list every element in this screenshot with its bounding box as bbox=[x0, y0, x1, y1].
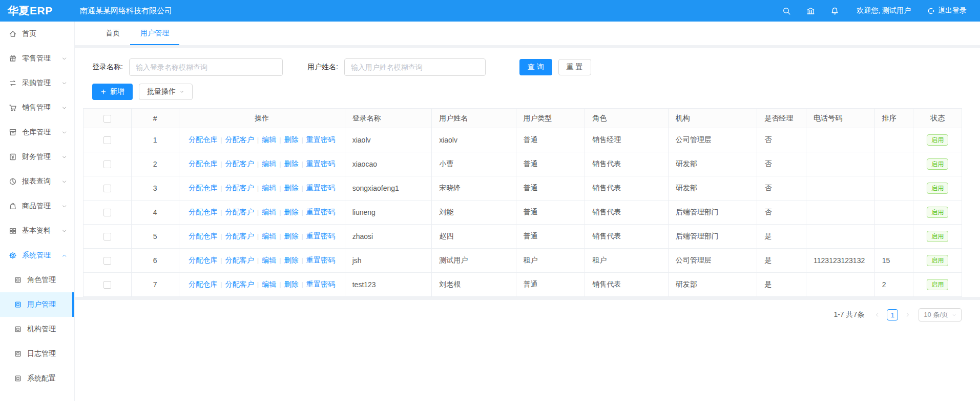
status-badge[interactable]: 启用 bbox=[927, 255, 948, 266]
sidebar-item-warehouse[interactable]: 仓库管理 bbox=[0, 120, 74, 145]
row-checkbox[interactable] bbox=[103, 161, 111, 168]
column-header: 是否经理 bbox=[757, 109, 806, 128]
sidebar-item-system-config[interactable]: 系统配置 bbox=[0, 366, 74, 391]
assign-warehouse-link[interactable]: 分配仓库 bbox=[189, 184, 217, 192]
sidebar-item-sales[interactable]: 销售管理 bbox=[0, 95, 74, 120]
sidebar-item-finance[interactable]: 财务管理 bbox=[0, 145, 74, 169]
edit-link[interactable]: 编辑 bbox=[262, 232, 276, 240]
login-name-input[interactable] bbox=[129, 58, 283, 76]
assign-warehouse-link[interactable]: 分配仓库 bbox=[189, 280, 217, 288]
assign-customer-link[interactable]: 分配客户 bbox=[225, 256, 254, 264]
assign-warehouse-link[interactable]: 分配仓库 bbox=[189, 135, 217, 144]
batch-actions-button[interactable]: 批量操作 bbox=[139, 84, 193, 100]
delete-link[interactable]: 删除 bbox=[284, 280, 299, 288]
status-badge[interactable]: 启用 bbox=[927, 279, 948, 290]
page-number-button[interactable]: 1 bbox=[887, 309, 898, 320]
role-cell: 销售经理 bbox=[585, 128, 669, 152]
reset-password-link[interactable]: 重置密码 bbox=[306, 135, 335, 144]
page-size-value: 10 条/页 bbox=[924, 310, 948, 319]
search-icon[interactable] bbox=[782, 7, 791, 15]
edit-link[interactable]: 编辑 bbox=[262, 135, 276, 144]
chevron-up-icon bbox=[61, 253, 67, 258]
select-all-checkbox[interactable] bbox=[103, 115, 111, 123]
company-title: 南通某某网络科技有限公司 bbox=[80, 6, 172, 16]
prev-page-button[interactable] bbox=[871, 309, 883, 320]
delete-link[interactable]: 删除 bbox=[284, 208, 299, 216]
edit-link[interactable]: 编辑 bbox=[262, 256, 276, 264]
phone-cell bbox=[806, 225, 875, 249]
row-checkbox[interactable] bbox=[103, 209, 111, 216]
edit-link[interactable]: 编辑 bbox=[262, 159, 276, 168]
bell-icon[interactable] bbox=[830, 7, 839, 15]
reset-password-link[interactable]: 重置密码 bbox=[306, 256, 335, 264]
add-button[interactable]: 新增 bbox=[92, 84, 133, 100]
status-badge[interactable]: 启用 bbox=[927, 183, 948, 194]
status-badge[interactable]: 启用 bbox=[927, 158, 948, 170]
sidebar-item-system[interactable]: 系统管理 bbox=[0, 243, 74, 268]
logout-button[interactable]: 退出登录 bbox=[927, 6, 967, 15]
status-badge[interactable]: 启用 bbox=[927, 207, 948, 218]
sidebar-item-reports[interactable]: 报表查询 bbox=[0, 169, 74, 194]
assign-warehouse-link[interactable]: 分配仓库 bbox=[189, 232, 217, 240]
assign-customer-link[interactable]: 分配客户 bbox=[225, 208, 254, 216]
sidebar-item-logs[interactable]: 日志管理 bbox=[0, 342, 74, 366]
reset-password-link[interactable]: 重置密码 bbox=[306, 232, 335, 240]
edit-link[interactable]: 编辑 bbox=[262, 208, 276, 216]
sidebar-item-purchase[interactable]: 采购管理 bbox=[0, 71, 74, 95]
edit-link[interactable]: 编辑 bbox=[262, 280, 276, 288]
sidebar-item-label: 系统配置 bbox=[27, 374, 56, 383]
reset-button[interactable]: 重 置 bbox=[558, 59, 591, 75]
row-checkbox[interactable] bbox=[103, 185, 111, 192]
page-size-select[interactable]: 10 条/页 bbox=[919, 308, 962, 322]
assign-customer-link[interactable]: 分配客户 bbox=[225, 232, 254, 240]
sidebar-item-retail[interactable]: 零售管理 bbox=[0, 46, 74, 71]
assign-warehouse-link[interactable]: 分配仓库 bbox=[189, 159, 217, 168]
delete-link[interactable]: 删除 bbox=[284, 256, 299, 264]
edit-link[interactable]: 编辑 bbox=[262, 184, 276, 192]
tab-user-management[interactable]: 用户管理 bbox=[130, 22, 179, 45]
row-checkbox[interactable] bbox=[103, 136, 111, 144]
sidebar-item-orgs[interactable]: 机构管理 bbox=[0, 317, 74, 342]
reset-password-link[interactable]: 重置密码 bbox=[306, 280, 335, 288]
assign-customer-link[interactable]: 分配客户 bbox=[225, 280, 254, 288]
assign-warehouse-link[interactable]: 分配仓库 bbox=[189, 256, 217, 264]
row-checkbox[interactable] bbox=[103, 233, 111, 240]
delete-link[interactable]: 删除 bbox=[284, 232, 299, 240]
org-cell: 公司管理层 bbox=[668, 249, 757, 273]
welcome-user[interactable]: 欢迎您, 测试用户 bbox=[857, 6, 911, 15]
delete-link[interactable]: 删除 bbox=[284, 159, 299, 168]
action-separator: | bbox=[220, 280, 222, 288]
tab-home[interactable]: 首页 bbox=[95, 22, 130, 45]
status-badge[interactable]: 启用 bbox=[927, 231, 948, 242]
assign-customer-link[interactable]: 分配客户 bbox=[225, 184, 254, 192]
assign-customer-link[interactable]: 分配客户 bbox=[225, 135, 254, 144]
sidebar-item-basic-data[interactable]: 基本资料 bbox=[0, 218, 74, 243]
query-button[interactable]: 查 询 bbox=[519, 59, 552, 75]
row-checkbox[interactable] bbox=[103, 281, 111, 289]
assign-warehouse-link[interactable]: 分配仓库 bbox=[189, 208, 217, 216]
action-separator: | bbox=[220, 184, 222, 192]
delete-link[interactable]: 删除 bbox=[284, 184, 299, 192]
row-index: 7 bbox=[131, 273, 179, 297]
next-page-button[interactable] bbox=[902, 309, 913, 320]
reset-password-link[interactable]: 重置密码 bbox=[306, 208, 335, 216]
delete-link[interactable]: 删除 bbox=[284, 135, 299, 144]
login-cell: xiaolv bbox=[345, 128, 431, 152]
reset-password-link[interactable]: 重置密码 bbox=[306, 159, 335, 168]
sidebar-item-users[interactable]: 用户管理 bbox=[0, 292, 74, 317]
row-actions: 分配仓库|分配客户|编辑|删除|重置密码 bbox=[179, 249, 345, 273]
table-row: 4分配仓库|分配客户|编辑|删除|重置密码liuneng刘能普通销售代表后端管理… bbox=[84, 200, 962, 225]
user-name-input[interactable] bbox=[344, 58, 486, 76]
bank-icon[interactable] bbox=[806, 7, 815, 15]
phone-cell bbox=[806, 273, 875, 297]
action-separator: | bbox=[279, 232, 281, 240]
content-card: 登录名称: 用户姓名: 查 询 重 置 新增 批量操作 bbox=[75, 48, 980, 297]
row-checkbox[interactable] bbox=[103, 257, 111, 265]
add-button-label: 新增 bbox=[110, 87, 124, 96]
sidebar-item-home[interactable]: 首页 bbox=[0, 22, 74, 46]
reset-password-link[interactable]: 重置密码 bbox=[306, 184, 335, 192]
sidebar-item-goods[interactable]: 商品管理 bbox=[0, 194, 74, 218]
sidebar-item-roles[interactable]: 角色管理 bbox=[0, 268, 74, 292]
status-badge[interactable]: 启用 bbox=[927, 134, 948, 146]
assign-customer-link[interactable]: 分配客户 bbox=[225, 159, 254, 168]
